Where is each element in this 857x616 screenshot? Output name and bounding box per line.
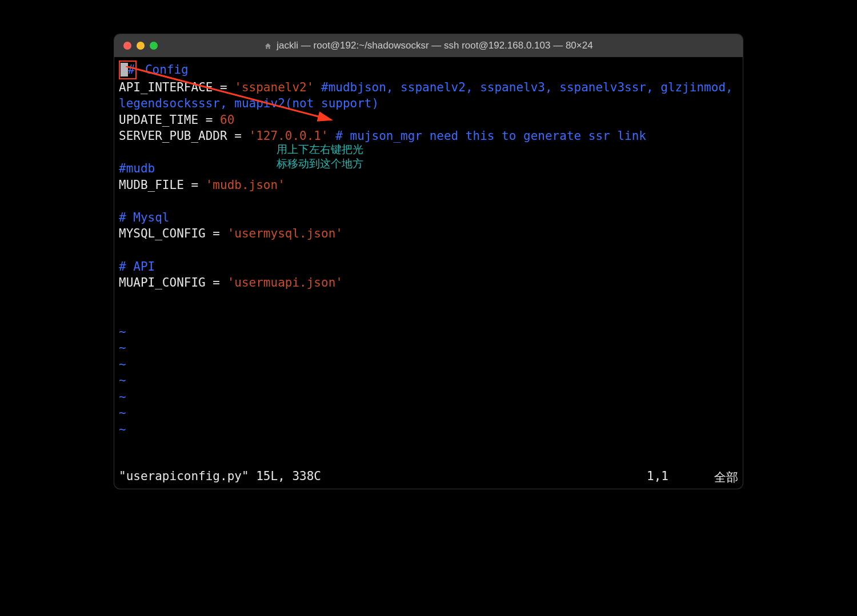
vim-tilde: ~ <box>119 325 126 339</box>
terminal-window: jackli — root@192:~/shadowsocksr — ssh r… <box>114 34 743 489</box>
code-server-val: '127.0.0.1' <box>249 129 329 143</box>
code-mysql-val: 'usermysql.json' <box>227 227 343 240</box>
maximize-icon[interactable] <box>150 42 158 50</box>
comment-api: # API <box>119 260 155 273</box>
code-update-val: 60 <box>220 113 234 127</box>
comment-mysql: # Mysql <box>119 211 170 224</box>
code-update-key: UPDATE_TIME = <box>119 113 220 127</box>
terminal-body[interactable]: # Config API_INTERFACE = 'sspanelv2' #mu… <box>114 57 743 468</box>
status-file: "userapiconfig.py" 15L, 338C <box>119 469 321 485</box>
status-cursor-pos: 1,1 <box>647 469 668 485</box>
code-api-key: API_INTERFACE = <box>119 80 234 94</box>
editor-content[interactable]: # Config API_INTERFACE = 'sspanelv2' #mu… <box>119 61 738 438</box>
vim-status-line: "userapiconfig.py" 15L, 338C 1,1 全部 <box>114 468 743 489</box>
comment-mudb: #mudb <box>119 162 155 175</box>
vim-tilde: ~ <box>119 357 126 371</box>
home-icon <box>264 42 272 50</box>
close-icon[interactable] <box>123 42 131 50</box>
vim-tilde: ~ <box>119 341 126 355</box>
vim-tilde: ~ <box>119 422 126 436</box>
window-title-text: jackli — root@192:~/shadowsocksr — ssh r… <box>277 40 592 51</box>
cursor-icon <box>121 63 128 77</box>
comment-hash: # <box>128 63 135 77</box>
code-muapi-val: 'usermuapi.json' <box>227 276 343 289</box>
comment-config: Config <box>138 63 189 77</box>
vim-tilde: ~ <box>119 373 126 387</box>
code-mysql-key: MYSQL_CONFIG = <box>119 227 227 240</box>
window-titlebar: jackli — root@192:~/shadowsocksr — ssh r… <box>114 34 743 57</box>
status-scroll: 全部 <box>714 469 738 485</box>
cursor-highlight-box: # <box>119 61 137 79</box>
code-muapi-key: MUAPI_CONFIG = <box>119 276 227 289</box>
vim-tilde: ~ <box>119 390 126 404</box>
code-server-key: SERVER_PUB_ADDR = <box>119 129 249 143</box>
window-title: jackli — root@192:~/shadowsocksr — ssh r… <box>114 40 743 51</box>
minimize-icon[interactable] <box>137 42 145 50</box>
code-server-comment: # mujson_mgr need this to generate ssr l… <box>329 129 646 143</box>
code-api-val: 'sspanelv2' <box>234 80 314 94</box>
code-mudb-key: MUDB_FILE = <box>119 178 206 192</box>
code-mudb-val: 'mudb.json' <box>206 178 285 192</box>
vim-tilde: ~ <box>119 406 126 420</box>
